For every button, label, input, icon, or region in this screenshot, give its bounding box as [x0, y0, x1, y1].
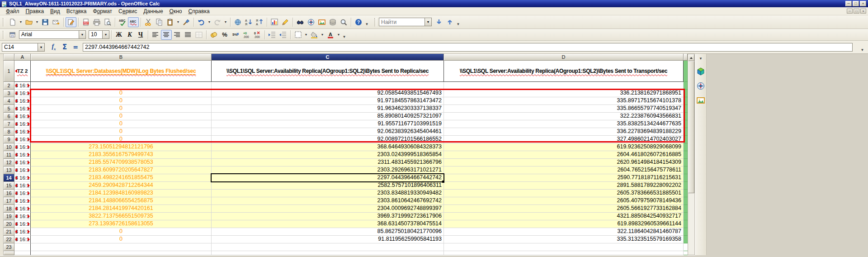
cell-E16[interactable] — [684, 190, 688, 197]
column-header-E-stub[interactable] — [684, 54, 688, 61]
spellcheck-icon[interactable]: ABC — [117, 17, 128, 27]
cell-C20[interactable]: 368.63145073780475514 — [212, 220, 444, 228]
cell-A14[interactable]: 3 16:1 — [14, 174, 31, 182]
menu-item-Правка[interactable]: Правка — [23, 8, 47, 15]
cut-icon[interactable] — [143, 17, 154, 27]
column-header-C[interactable]: C — [212, 54, 444, 61]
cell-reference-box[interactable]: C14 — [2, 43, 38, 52]
cell-E14[interactable] — [684, 174, 688, 182]
cell-B4[interactable]: 0 — [31, 97, 212, 105]
find-replace-icon[interactable] — [295, 17, 306, 27]
cell-A1[interactable]: TZ 2 — [14, 61, 31, 82]
cell-D13[interactable]: 2604.7652156475778611 — [444, 167, 684, 174]
font-name-value[interactable]: Arial — [19, 30, 79, 39]
menu-item-Данные[interactable]: Данные — [140, 8, 166, 15]
cell-B22[interactable]: 0 — [31, 236, 212, 243]
cell-D19[interactable]: 4321.8850842540932717 — [444, 213, 684, 220]
increase-indent-icon[interactable] — [278, 30, 288, 40]
navigator-icon[interactable] — [306, 17, 316, 27]
cell-E11[interactable] — [684, 151, 688, 159]
formula-input[interactable] — [83, 43, 853, 52]
italic-icon[interactable]: К — [124, 30, 135, 40]
insert-chart-icon[interactable] — [269, 17, 280, 27]
undo-dropdown-icon[interactable]: ▼ — [207, 17, 212, 27]
sum-icon[interactable]: Σ — [59, 43, 70, 52]
close-button[interactable]: × — [860, 1, 866, 6]
cell-B11[interactable]: 2183.3556167579499743 — [31, 151, 212, 159]
cell-B21[interactable]: 0 — [31, 228, 212, 236]
cell-E18[interactable] — [684, 205, 688, 213]
cell-D4[interactable]: 335.89717515674101378 — [444, 97, 684, 105]
formula-bar-options-icon[interactable]: ▼ — [859, 43, 865, 53]
cell-C15[interactable]: 2582.5757101896406311 — [212, 182, 444, 190]
cell-C12[interactable]: 2311.4831455921366796 — [212, 159, 444, 167]
background-color-icon[interactable] — [309, 30, 320, 40]
cell-C17[interactable]: 2303.8610642467692742 — [212, 197, 444, 205]
scrollbar-thumb[interactable] — [688, 61, 694, 193]
cell-B8[interactable]: 0 — [31, 128, 212, 136]
row-header-11[interactable]: 11 — [4, 151, 14, 159]
cell-D14[interactable]: 2590.7718187116215631 — [444, 174, 684, 182]
redo-dropdown-icon[interactable]: ▼ — [223, 17, 228, 27]
row-header-2[interactable]: 2 — [4, 82, 14, 90]
cell-B6[interactable]: 0 — [31, 113, 212, 120]
align-justify-icon[interactable] — [183, 30, 193, 40]
cell-A20[interactable]: 3 16:1 — [14, 220, 31, 228]
doc-minimize-button[interactable]: ─ — [847, 9, 853, 14]
cell-C18[interactable]: 2304.0009692748899397 — [212, 205, 444, 213]
row-header-14[interactable]: 14 — [4, 174, 14, 182]
cell-A10[interactable]: 3 16:1 — [14, 143, 31, 151]
cell-D23[interactable] — [444, 243, 684, 251]
cell-E4[interactable] — [684, 97, 688, 105]
cell-C22[interactable]: 91.811956259905841193 — [212, 236, 444, 243]
new-document-dropdown-icon[interactable]: ▼ — [18, 17, 24, 27]
format-paintbrush-icon[interactable] — [181, 17, 192, 27]
active-cell-cursor[interactable] — [211, 173, 444, 182]
column-header-D[interactable]: D — [444, 54, 684, 61]
edit-file-icon[interactable] — [66, 17, 76, 27]
row-header-1[interactable]: 1 — [4, 61, 14, 82]
cell-B14[interactable]: 2183.4982241651855475 — [31, 174, 212, 182]
cell-A2[interactable]: 3 16:1 — [14, 82, 31, 90]
row-header-21[interactable]: 21 — [4, 228, 14, 236]
cell-D21[interactable]: 322.11864042841460787 — [444, 228, 684, 236]
row-header-23[interactable]: 23 — [4, 243, 14, 251]
row-header-12[interactable]: 12 — [4, 159, 14, 167]
row-header-10[interactable]: 10 — [4, 143, 14, 151]
gallery-icon[interactable] — [316, 17, 327, 27]
toolbar-options-icon[interactable]: ▼ — [341, 30, 347, 40]
cell-B10[interactable]: 273.15051294812121796 — [31, 143, 212, 151]
navigator-compass-icon[interactable] — [696, 81, 706, 90]
help-icon[interactable]: ? — [353, 17, 364, 27]
row-header-7[interactable]: 7 — [4, 120, 14, 128]
hyperlink-icon[interactable] — [232, 17, 243, 27]
align-left-icon[interactable] — [150, 30, 161, 40]
cell-D10[interactable]: 619.92362508929068099 — [444, 143, 684, 151]
sort-descending-icon[interactable]: ЯА — [254, 17, 265, 27]
cell-E2[interactable] — [684, 82, 688, 90]
select-all-corner[interactable] — [4, 54, 14, 61]
menu-item-Окно[interactable]: Окно — [166, 8, 185, 15]
open-dropdown-icon[interactable]: ▼ — [34, 17, 40, 27]
cell-C9[interactable]: 92.008972101566186552 — [212, 136, 444, 143]
cell-C3[interactable]: 92.058544938515467493 — [212, 90, 444, 97]
row-header-4[interactable]: 4 — [4, 97, 14, 105]
new-document-icon[interactable] — [7, 17, 18, 27]
copy-icon[interactable] — [154, 17, 165, 27]
cell-D9[interactable]: 327.49860214702403027 — [444, 136, 684, 143]
cell-C11[interactable]: 2303.0243999518365854 — [212, 151, 444, 159]
font-color-icon[interactable]: A — [325, 30, 336, 40]
function-wizard-icon[interactable]: fx — [48, 43, 59, 52]
cell-C16[interactable]: 2303.8348819330949482 — [212, 190, 444, 197]
cell-C8[interactable]: 92.062383926345404461 — [212, 128, 444, 136]
add-decimal-icon[interactable]: +0.000 — [241, 30, 252, 40]
side-toolbar-options-icon[interactable]: ▼ — [698, 55, 704, 62]
align-center-icon[interactable] — [161, 30, 172, 40]
zoom-icon[interactable] — [338, 17, 349, 27]
cell-D5[interactable]: 335.86655797740519347 — [444, 105, 684, 113]
cell-B19[interactable]: 3822.7137566551509735 — [31, 213, 212, 220]
merge-cells-icon[interactable] — [193, 30, 204, 40]
cell-A15[interactable]: 3 16:1 — [14, 182, 31, 190]
font-name-dropdown-icon[interactable]: ▼ — [79, 30, 86, 39]
row-header-5[interactable]: 5 — [4, 105, 14, 113]
